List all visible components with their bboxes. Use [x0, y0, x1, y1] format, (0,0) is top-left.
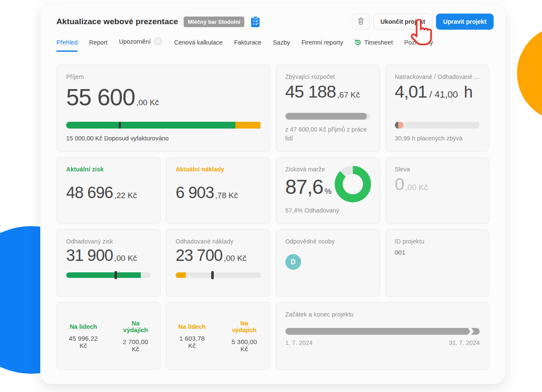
card-project-id: ID projektu 001 — [385, 229, 489, 297]
finish-project-button[interactable]: Ukončit projekt — [373, 14, 433, 30]
profit-on-expenses: Na výdajích 2 700,00 Kč — [120, 320, 151, 353]
timeline-continues-notch — [468, 328, 475, 336]
card-label: Příjem — [66, 73, 261, 80]
costs-on-expenses: Na výdajích 5 300,00 Kč — [228, 320, 260, 353]
notification-count-badge: 0 — [154, 37, 162, 46]
current-profit-value: 48 696,22 Kč — [66, 184, 151, 202]
project-id-value: 001 — [395, 249, 480, 256]
avatar[interactable]: D — [285, 254, 301, 270]
income-progress-bar — [66, 122, 261, 129]
card-responsible-people: Odpovědné osoby D — [276, 229, 380, 297]
tab-bar: Přehled Report Upozornění 0 Cenová kalku… — [40, 30, 506, 52]
tab-timesheet[interactable]: Timesheet — [355, 39, 393, 52]
tab-prehled[interactable]: Přehled — [56, 39, 78, 52]
income-value: 55 600,00 Kč — [66, 84, 261, 111]
card-label: Odhadované náklady — [176, 238, 260, 245]
costs-on-people: Na lidech 1 603,78 Kč — [176, 323, 208, 349]
delete-project-button[interactable] — [352, 14, 370, 30]
tab-firemni-reporty[interactable]: Firemní reporty — [302, 39, 343, 52]
margin-note: 57,4% Odhadovaný — [285, 206, 370, 215]
card-estimated-costs: Odhadované náklady 23 700,00 Kč — [166, 229, 270, 297]
card-label: Odpovědné osoby — [285, 238, 370, 245]
end-date: 31. 7. 2024 — [449, 339, 480, 346]
timeline-dates: 1. 7. 2024 31. 7. 2024 — [285, 339, 480, 346]
card-label: Odhadovaný zisk — [66, 238, 151, 245]
page-title: Aktualizace webové prezentace — [56, 17, 178, 26]
card-remaining-budget: Zbývající rozpočet 45 188,67 Kč z 47 600… — [276, 64, 380, 152]
tab-poznamky[interactable]: Poznámky — [404, 39, 433, 52]
card-label: Aktuální náklady — [176, 166, 260, 173]
header-actions: Ukončit projekt Upravit projekt — [352, 14, 494, 30]
tab-report[interactable]: Report — [89, 39, 108, 52]
tab-fakturace[interactable]: Fakturace — [234, 39, 261, 52]
card-discount: Sleva 0,00 Kč — [385, 157, 489, 224]
card-project-timeline: Začátek a konec projektu 1. 7. 2024 31. … — [276, 302, 490, 370]
header: Aktualizace webové prezentace Mléčný bar… — [40, 4, 506, 30]
tracked-hours-value: 4,01/ 41,00h — [395, 82, 480, 102]
estimated-profit-bar — [66, 272, 151, 278]
card-label: ID projektu — [395, 238, 480, 245]
client-badge: Mléčný bar Stodolní — [184, 17, 245, 27]
card-income: Příjem 55 600,00 Kč 15 000,00 Kč Doposud… — [56, 64, 271, 152]
card-label: Aktuální zisk — [66, 166, 151, 173]
tab-upozorneni[interactable]: Upozornění 0 — [119, 37, 163, 52]
clipboard-check-icon[interactable] — [251, 16, 260, 28]
remaining-budget-value: 45 188,67 Kč — [285, 82, 370, 102]
project-dashboard-panel: Aktualizace webové prezentace Mléčný bar… — [40, 4, 506, 384]
tab-cenova-kalkulace[interactable]: Cenová kalkulace — [174, 39, 222, 52]
card-label: Zbývající rozpočet — [285, 73, 370, 80]
page-background: Aktualizace webové prezentace Mléčný bar… — [0, 0, 542, 392]
card-current-costs: Aktuální náklady 6 903,78 Kč — [166, 157, 270, 224]
budget-progress-bar — [285, 113, 370, 120]
card-profit-breakdown: Na lidech 45 996,22 Kč Na výdajích 2 700… — [56, 302, 161, 370]
tab-sazby[interactable]: Sazby — [273, 39, 290, 52]
hours-note: 30,99 h placených zbývá — [395, 134, 480, 143]
profit-on-people: Na lidech 45 996,22 Kč — [66, 323, 101, 349]
edit-project-button[interactable]: Upravit projekt — [436, 14, 494, 30]
profit-margin-donut-chart — [335, 166, 371, 202]
hours-progress-bar — [395, 122, 480, 129]
card-estimated-profit: Odhadovaný zisk 31 900,00 Kč — [56, 229, 161, 297]
trash-icon — [357, 17, 365, 26]
card-label: Natrackované / Odhadované ... — [395, 73, 480, 80]
history-icon — [355, 39, 361, 46]
card-tracked-hours: Natrackované / Odhadované ... 4,01/ 41,0… — [385, 64, 489, 152]
estimated-costs-value: 23 700,00 Kč — [176, 246, 260, 265]
card-profit-margin: Zisková marže 87,6% 57,4% Odhadovaný — [276, 157, 380, 224]
card-current-profit: Aktuální zisk 48 696,22 Kč — [56, 157, 161, 224]
income-note: 15 000,00 Kč Doposud vyfakturováno — [66, 134, 261, 143]
current-costs-value: 6 903,78 Kč — [176, 184, 260, 202]
discount-value: 0,00 Kč — [395, 174, 480, 194]
card-label: Sleva — [395, 166, 480, 173]
timeline-bar — [285, 328, 480, 335]
invoiced-marker — [119, 122, 121, 129]
dashboard-grid: Příjem 55 600,00 Kč 15 000,00 Kč Doposud… — [56, 64, 489, 370]
start-date: 1. 7. 2024 — [285, 339, 313, 346]
estimated-profit-value: 31 900,00 Kč — [66, 246, 151, 265]
card-costs-breakdown: Na lidech 1 603,78 Kč Na výdajích 5 300,… — [166, 302, 270, 370]
decorative-orange-circle — [517, 25, 542, 121]
estimated-costs-bar — [176, 272, 260, 278]
card-label: Začátek a konec projektu — [285, 311, 480, 318]
budget-note: z 47 600,00 Kč příjmů z práce lidí — [285, 125, 370, 143]
